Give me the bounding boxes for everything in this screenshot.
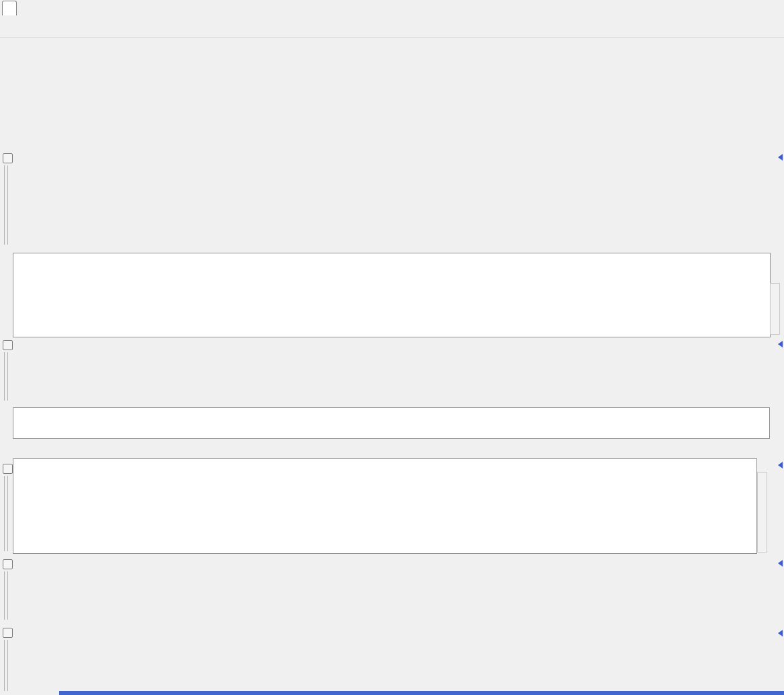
close-tab-button[interactable] [769,3,778,12]
app-window [0,0,784,695]
nav-next-button[interactable] [758,3,767,12]
panel-grip[interactable] [4,571,8,620]
splitter-arrow-icon[interactable] [778,341,783,348]
tab-bar [0,0,784,15]
nav-prev-button[interactable] [748,3,757,12]
close-panel-trend-icon[interactable] [3,559,13,569]
time-waveform-plot[interactable] [0,339,784,406]
splitter-arrow-icon[interactable] [778,154,783,161]
band-spectrum-plot[interactable] [0,152,784,250]
panel-grip[interactable] [4,476,8,551]
parameter-scrollbar[interactable] [757,472,767,553]
panel-grip[interactable] [4,640,8,691]
close-panel-waveform-icon[interactable] [3,340,13,350]
tab-fftview-inspectra[interactable] [2,1,17,15]
spectrum-trend-plot[interactable] [0,558,784,624]
splitter-arrow-icon[interactable] [778,462,783,468]
statistics-table [13,407,770,439]
splitter-arrow-icon[interactable] [778,560,783,567]
panel-grip[interactable] [4,352,8,401]
close-panel-spectrum-icon[interactable] [3,153,13,163]
close-panel-parameters-icon[interactable] [3,464,13,474]
toolbar [0,15,784,38]
band-table [13,253,771,337]
close-panel-marker-icon[interactable] [3,628,13,638]
waterfall-plot[interactable] [0,38,784,151]
parameter-table [13,458,757,554]
bottom-strip [59,691,784,695]
splitter-arrow-icon[interactable] [778,630,783,637]
marker-plot[interactable] [0,626,784,695]
band-table-scrollbar[interactable] [770,283,780,335]
panel-grip[interactable] [4,165,8,245]
